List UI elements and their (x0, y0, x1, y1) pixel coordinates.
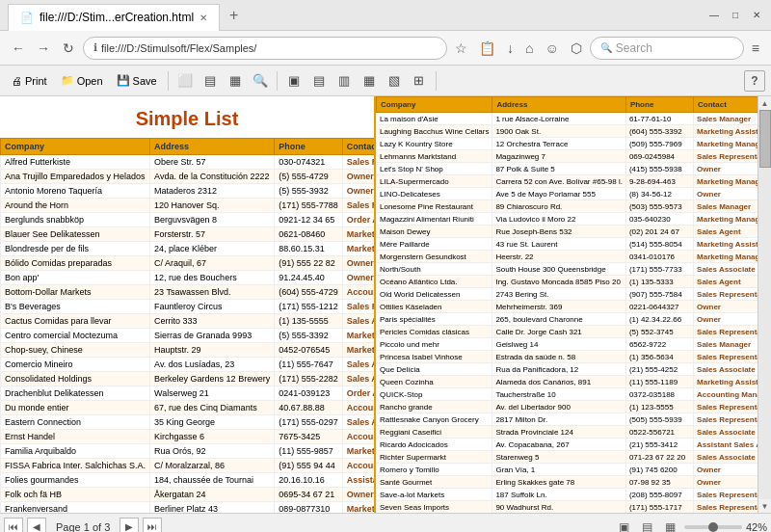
table-row: Consolidated HoldingsBerkeley Gardens 12… (1, 372, 377, 386)
table-cell: (1) 123-5555 (625, 401, 693, 413)
table-cell: Order Administrator (342, 213, 376, 227)
table-cell: Via Ludovico il Moro 22 (492, 213, 625, 226)
table-cell: Sierras de Granada 9993 (150, 329, 275, 343)
scroll-down-arrow[interactable]: ▼ (758, 499, 772, 513)
table-cell: Sales Representative (694, 150, 758, 163)
table-cell: Owner (694, 188, 758, 200)
table-row: B's BeveragesFauntleroy Circus(171) 555-… (1, 300, 377, 314)
right-header-phone: Phone (625, 97, 693, 113)
table-cell: 0921-12 34 65 (275, 213, 343, 227)
table-row: Reggiani CaseificiStrada Provinciale 124… (377, 426, 758, 439)
table-cell: Santé Gourmet (377, 476, 492, 489)
tool-button-1[interactable]: ⬜ (173, 69, 197, 93)
status-icon-3[interactable]: ▦ (661, 518, 680, 533)
menu-icon[interactable]: ≡ (748, 40, 763, 56)
table-cell: (171) 555-7788 (275, 199, 343, 213)
table-cell: Sales Associate (342, 372, 376, 386)
zoom-thumb[interactable] (708, 522, 718, 532)
tool-button-4[interactable]: 🔍 (249, 69, 272, 93)
table-cell: Bólido Comidas preparadas (1, 256, 150, 271)
table-cell: Eastern Connection (1, 415, 150, 430)
table-cell: (91) 555 22 82 (275, 256, 343, 271)
tab-close-button[interactable]: ✕ (199, 13, 207, 23)
tool-button-8[interactable]: ▦ (358, 69, 381, 93)
tool-button-2[interactable]: ▤ (199, 69, 222, 93)
tool-button-6[interactable]: ▤ (307, 69, 331, 93)
table-cell: 43 rue St. Laurent (492, 238, 625, 251)
new-tab-button[interactable]: + (226, 7, 242, 24)
back-button[interactable]: ← (8, 38, 29, 59)
table-cell: 12, rue des Bouchers (150, 271, 275, 285)
table-row: Ana Trujillo Emparedados y HeladosAvda. … (1, 170, 377, 184)
home-icon[interactable]: ⌂ (521, 40, 537, 56)
status-icon-1[interactable]: ▣ (615, 518, 634, 533)
open-button[interactable]: 📁 Open (55, 69, 109, 93)
title-bar: 📄 file:///D:/Stim...erCreation.html ✕ + … (0, 0, 771, 31)
star-icon[interactable]: ☆ (451, 40, 471, 56)
search-input[interactable]: 🔍 Search (590, 37, 744, 60)
next-page-button[interactable]: ▶ (120, 518, 139, 533)
zoom-slider[interactable] (684, 525, 742, 529)
close-button[interactable]: ✕ (750, 9, 763, 22)
scroll-up-arrow[interactable]: ▲ (758, 96, 772, 110)
table-cell: 88.60.15.31 (275, 242, 343, 256)
table-cell: Heerstr. 22 (492, 251, 625, 263)
print-icon: 🖨 (12, 75, 22, 87)
table-row: Folk och fä HBÅkergatan 240695-34 67 21O… (1, 488, 377, 502)
table-row: Rattlesnake Canyon Grocery2817 Milton Dr… (377, 413, 758, 426)
tool-button-3[interactable]: ▦ (224, 69, 247, 93)
table-cell: Sales Associate (694, 451, 758, 464)
tool-button-5[interactable]: ▣ (282, 69, 306, 93)
table-row: North/SouthSouth House 300 Queensbridge(… (377, 263, 758, 276)
tool-button-10[interactable]: ⊞ (408, 69, 431, 93)
scroll-track[interactable] (758, 110, 771, 499)
save-button[interactable]: 💾 Save (111, 69, 163, 93)
header-contact: Contact (342, 139, 376, 155)
maximize-button[interactable]: □ (729, 9, 742, 22)
prev-page-button[interactable]: ◀ (27, 518, 46, 533)
table-cell: Erling Skakkes gate 78 (492, 476, 625, 489)
table-cell: Lazy K Kountry Store (377, 138, 492, 150)
forward-button[interactable]: → (33, 38, 54, 59)
tab-label: file:///D:/Stim...erCreation.html (40, 11, 194, 24)
bookmark-icon[interactable]: 📋 (475, 40, 499, 56)
first-page-button[interactable]: ⏮ (4, 518, 23, 533)
download-icon[interactable]: ↓ (503, 40, 518, 56)
table-row: Ottilies KäseladenMehrheimerstr. 3690221… (377, 301, 758, 313)
scroll-thumb[interactable] (759, 110, 771, 168)
table-cell: Folies gourmandes (1, 473, 150, 488)
zoom-control[interactable]: 42% (684, 521, 767, 533)
table-cell: (1) 42.34.22.66 (625, 313, 693, 326)
scrollbar[interactable]: ▲ ▼ (758, 96, 771, 513)
table-row: Old World Delicatessen2743 Bering St.(90… (377, 288, 758, 301)
minimize-button[interactable]: — (707, 9, 721, 22)
table-cell: Accounting Manager (342, 459, 376, 473)
browser-tab[interactable]: 📄 file:///D:/Stim...erCreation.html ✕ (8, 4, 220, 31)
folder-icon: 📁 (61, 74, 74, 87)
left-data-table: Company Address Phone Contact Alfred Fut… (0, 138, 376, 513)
table-cell: Romero y Tomillo (377, 464, 492, 476)
table-row: Du monde entier67, rue des Cinq Diamants… (1, 401, 377, 415)
right-header-address: Address (492, 97, 625, 113)
print-button[interactable]: 🖨 Print (6, 69, 53, 93)
table-cell: La maison d'Asie (377, 113, 492, 125)
tool-button-9[interactable]: ▧ (383, 69, 406, 93)
status-icon-2[interactable]: ▤ (638, 518, 657, 533)
help-button[interactable]: ? (744, 70, 765, 92)
table-cell: Carrera 52 con Ave. Bolívar #65-98 l. (492, 175, 625, 188)
tool-button-7[interactable]: ▥ (332, 69, 356, 93)
table-cell: Taucherstraße 10 (492, 388, 625, 401)
table-cell: Alameda dos Canários, 891 (492, 376, 625, 388)
table-cell: Sales Representative (342, 155, 376, 170)
table-cell: Lehmanns Marktstand (377, 150, 492, 163)
table-cell: Calle Dr. Jorge Cash 321 (492, 326, 625, 338)
table-cell: (5) 555-3932 (275, 184, 343, 199)
reload-button[interactable]: ↻ (58, 38, 79, 59)
table-cell: 89 Chiaroscuro Rd. (492, 200, 625, 213)
last-page-button[interactable]: ⏭ (143, 518, 162, 533)
pocket-icon[interactable]: ⬡ (567, 40, 586, 56)
table-cell: (509) 555-7969 (625, 138, 693, 150)
url-input[interactable]: ℹ file:///D:/Stimulsoft/Flex/Samples/ (83, 37, 447, 60)
table-cell: 90 Wadhurst Rd. (492, 501, 625, 514)
smiley-icon[interactable]: ☺ (542, 40, 563, 56)
